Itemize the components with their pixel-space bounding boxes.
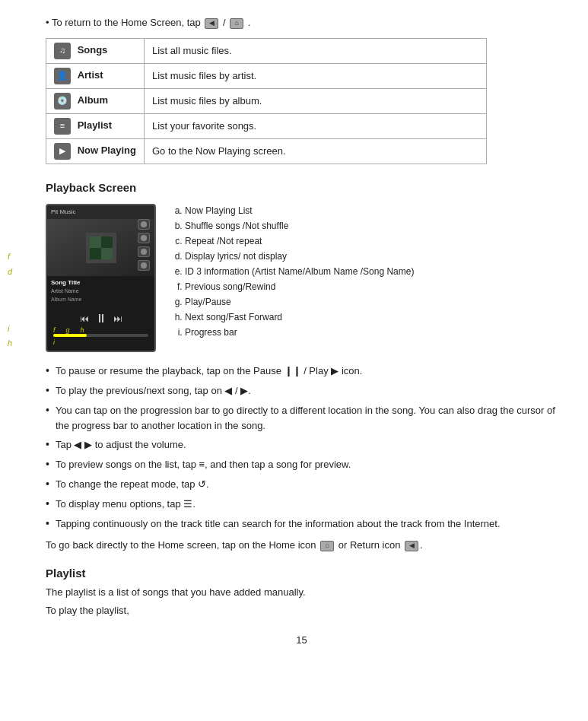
table-row-icon: 💿 bbox=[54, 93, 71, 110]
play-pause-btn[interactable]: ⏸ bbox=[95, 310, 107, 328]
table-row-icon: 👤 bbox=[54, 68, 71, 84]
playback-heading: Playback Screen bbox=[46, 179, 558, 197]
phone-title: Pit Music bbox=[51, 208, 75, 217]
annotation-item: Display lyrics/ not display bbox=[185, 249, 414, 263]
table-row: ♫ Songs List all music files. bbox=[46, 38, 487, 63]
label-f-bottom: f bbox=[53, 326, 56, 336]
playlist-text2: To play the playlist, bbox=[46, 603, 558, 618]
annotation-item: Play/Pause bbox=[185, 295, 414, 309]
table-icon-cell: ♫ Songs bbox=[46, 38, 145, 63]
content-bullet: To pause or resume the playback, tap on … bbox=[46, 363, 558, 379]
back-icon: ◀ bbox=[205, 18, 218, 29]
track-info: Song Title Artist Name Album Name bbox=[47, 276, 154, 305]
table-row-description: Go to the Now Playing screen. bbox=[144, 138, 486, 164]
top-bullet: • To return to the Home Screen, tap ◀ / … bbox=[46, 15, 558, 30]
track-name: Song Title bbox=[51, 278, 151, 287]
table-row-description: List music files by artist. bbox=[144, 63, 486, 88]
label-h-left: h bbox=[8, 336, 12, 351]
table-icon-cell: ≡ Playlist bbox=[46, 113, 145, 138]
table-row-description: List music files by album. bbox=[144, 88, 486, 113]
label-h-bottom: h bbox=[81, 326, 84, 336]
home-icon-inline: ⌂ bbox=[230, 18, 243, 29]
annotation-item: Progress bar bbox=[185, 326, 414, 339]
table-row-icon: ▶ bbox=[54, 143, 71, 160]
annotation-item: Shuffle songs /Not shuffle bbox=[185, 219, 414, 233]
table-row-description: List all music files. bbox=[144, 38, 486, 63]
content-bullet: To preview songs on the list, tap ≡, and… bbox=[46, 456, 558, 472]
playlist-text1: The playlist is a list of songs that you… bbox=[46, 585, 558, 600]
label-f-left: f bbox=[8, 249, 12, 265]
table-icon-cell: 👤 Artist bbox=[46, 63, 145, 88]
table-row-label: Album bbox=[78, 94, 108, 106]
annotation-item: Next song/Fast Forward bbox=[185, 310, 414, 324]
content-bullet: To display menu options, tap ☰. bbox=[46, 496, 558, 512]
playlist-heading: Playlist bbox=[46, 565, 558, 583]
table-row-label: Now Playing bbox=[78, 145, 136, 156]
side-btn-1[interactable] bbox=[138, 219, 150, 230]
table-row: 💿 Album List music files by album. bbox=[46, 88, 487, 113]
side-btn-2[interactable] bbox=[138, 233, 150, 243]
label-i-bottom: i bbox=[53, 338, 55, 348]
table-row-description: List your favorite songs. bbox=[144, 113, 486, 138]
table-icon-cell: ▶ Now Playing bbox=[46, 138, 145, 164]
playback-container: Pit Music bbox=[46, 204, 558, 352]
label-d-left: d bbox=[8, 265, 12, 280]
table-row: ≡ Playlist List your favorite songs. bbox=[46, 113, 487, 138]
annotation-item: Now Playing List bbox=[185, 204, 414, 218]
phone-header: Pit Music bbox=[47, 205, 154, 219]
annotation-item: Repeat /Not repeat bbox=[185, 234, 414, 248]
return-icon-footer: ◀ bbox=[405, 541, 418, 551]
prev-btn[interactable]: ⏮ bbox=[80, 312, 89, 326]
side-btn-4[interactable] bbox=[138, 260, 150, 271]
label-i-left: i bbox=[8, 322, 12, 337]
table-row-icon: ≡ bbox=[54, 118, 71, 135]
table-row-label: Playlist bbox=[78, 119, 113, 131]
table-row: 👤 Artist List music files by artist. bbox=[46, 63, 487, 88]
side-btn-3[interactable] bbox=[138, 246, 150, 257]
home-icon-footer: ⌂ bbox=[320, 541, 334, 551]
phone-screen-wrapper: Pit Music bbox=[46, 204, 156, 352]
top-bullet-text: • To return to the Home Screen, tap bbox=[46, 17, 203, 28]
footer-text: To go back directly to the Home screen, … bbox=[46, 538, 558, 553]
album-name: Album Name bbox=[51, 296, 151, 304]
content-bullet: Tap ◀ ▶ to adjust the volume. bbox=[46, 437, 558, 453]
annotation-item: ID 3 information (Artist Name/Album Name… bbox=[185, 265, 414, 278]
content-bullet: Tapping continuously on the track title … bbox=[46, 516, 558, 532]
table-row: ▶ Now Playing Go to the Now Playing scre… bbox=[46, 138, 487, 164]
album-art-svg bbox=[86, 233, 116, 263]
table-row-icon: ♫ bbox=[54, 43, 71, 59]
bottom-labels: f g h bbox=[53, 326, 84, 336]
next-btn[interactable]: ⏭ bbox=[113, 312, 122, 326]
content-bullet: To change the repeat mode, tap ↺. bbox=[46, 476, 558, 492]
side-buttons bbox=[138, 219, 150, 271]
table-row-label: Artist bbox=[78, 69, 103, 81]
feature-table: ♫ Songs List all music files. 👤 Artist L… bbox=[46, 38, 487, 164]
table-row-label: Songs bbox=[78, 44, 108, 56]
svg-rect-3 bbox=[101, 237, 113, 248]
content-bullet: To play the previous/next song, tap on ◀… bbox=[46, 383, 558, 399]
content-bullet: You can tap on the progression bar to go… bbox=[46, 402, 558, 433]
svg-rect-2 bbox=[90, 237, 101, 248]
table-icon-cell: 💿 Album bbox=[46, 88, 145, 113]
artist-name: Artist Name bbox=[51, 287, 151, 296]
content-bullets: To pause or resume the playback, tap on … bbox=[46, 363, 558, 532]
left-margin-labels: f d i h bbox=[8, 249, 12, 351]
annotation-item: Previous song/Rewind bbox=[185, 280, 414, 294]
annotations-list: Now Playing ListShuffle songs /Not shuff… bbox=[171, 204, 414, 341]
label-g-bottom: g bbox=[66, 326, 70, 336]
svg-rect-4 bbox=[90, 248, 101, 259]
svg-rect-5 bbox=[101, 248, 113, 259]
page-number: 15 bbox=[46, 633, 558, 648]
phone-screen: Pit Music bbox=[46, 204, 156, 352]
